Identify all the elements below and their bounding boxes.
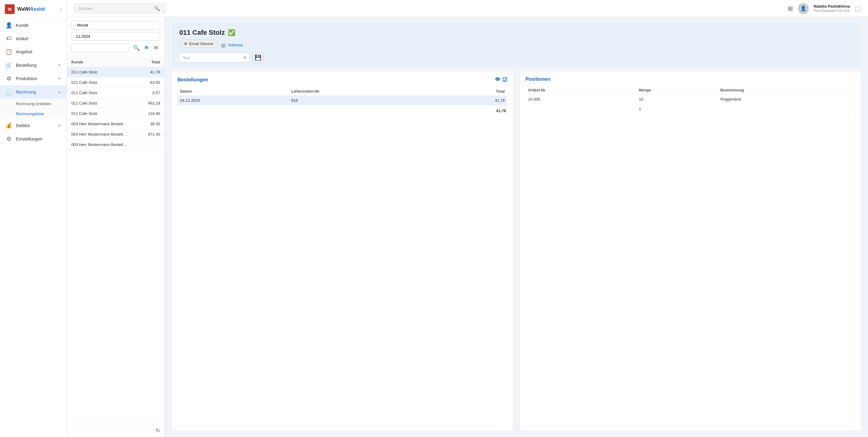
list-row-total: 41.78: [136, 70, 160, 74]
search-input[interactable]: [79, 6, 152, 11]
th-artikel-nr: Artikel-Nr.: [526, 86, 637, 95]
cell-total: 41.78: [440, 96, 507, 105]
bestellungen-title: Bestellungen 👁 ☑: [178, 76, 507, 83]
positionen-table-header: Artikel-Nr. Menge Bezeichnung: [526, 86, 855, 95]
sidebar-label-angebot: Angebot: [16, 49, 32, 54]
search-box[interactable]: 🔍: [74, 3, 166, 13]
list-row-kunde: 011 Cafe Stolz: [71, 111, 136, 116]
email-service-button[interactable]: ✉ Email Service: [179, 40, 218, 48]
filter-row-monat: [71, 21, 160, 30]
search-icon[interactable]: 🔍: [154, 5, 160, 11]
list-row-kunde: 003 Herr Mustermann Bestell…: [71, 142, 136, 147]
table-row[interactable]: 10.00910Roggenbrot: [526, 95, 855, 104]
sidebar-item-produktion[interactable]: ⚙ Produktion ▼: [0, 72, 67, 85]
debitor-chevron: ▼: [58, 124, 61, 128]
list-row[interactable]: 011 Cafe Stolz462.19: [67, 98, 164, 108]
filter-search-input[interactable]: [71, 43, 129, 53]
grid-apps-icon[interactable]: ⊞: [788, 5, 793, 12]
list-row[interactable]: 004 Herr Mustermann Bestell…38.35: [67, 119, 164, 129]
filter-date-input[interactable]: [71, 32, 160, 41]
list-row-total: 63.55: [136, 80, 160, 85]
main-area: 🔍 👁 ✉ ⋮ Kunde Total 011 Cafe Stolz41.780…: [67, 17, 868, 437]
rechnung-chevron: ▲: [58, 90, 61, 94]
refresh-button[interactable]: ↻: [156, 427, 160, 434]
header-kunde: Kunde: [71, 60, 136, 64]
rechnung-erstellen-label: Rechnung erstellen: [16, 101, 51, 106]
kunde-icon: 👤: [5, 22, 12, 29]
list-body: 011 Cafe Stolz41.78011 Cafe Stolz63.5501…: [67, 67, 164, 424]
sidebar-item-bestellung[interactable]: 🛒 Bestellung ▼: [0, 59, 67, 72]
sidebar-item-rechnung-erstellen[interactable]: Rechnung erstellen: [0, 99, 67, 109]
sidebar-label-einstellungen: Einstellungen: [16, 137, 42, 141]
list-row[interactable]: 003 Herr Mustermann Bestell…871.40: [67, 129, 164, 140]
app-name: WaWiAssist: [17, 6, 45, 12]
table-row[interactable]: 1: [526, 104, 855, 114]
list-row[interactable]: 011 Cafe Stolz63.55: [67, 77, 164, 88]
positionen-section: Positionen Artikel-Nr. Menge Bezeichnung…: [520, 72, 861, 431]
filter-actions: 🔍 👁 ✉ ⋮: [132, 43, 165, 53]
sidebar-item-artikel[interactable]: 🏷 Artikel: [0, 32, 67, 45]
filter-row-search: 🔍 👁 ✉ ⋮: [71, 43, 160, 53]
list-footer: ↻: [67, 424, 164, 437]
positionen-table: Artikel-Nr. Menge Bezeichnung 10.00910Ro…: [526, 86, 855, 114]
cell-menge: 10: [637, 95, 718, 104]
bestellungen-label: Bestellungen: [178, 77, 208, 82]
email-service-label: Email Service: [189, 41, 213, 46]
filter-row-date: [71, 32, 160, 41]
list-row-kunde: 011 Cafe Stolz: [71, 70, 136, 74]
list-row[interactable]: 003 Herr Mustermann Bestell…: [67, 140, 164, 150]
sidebar-item-einstellungen[interactable]: ⚙ Einstellungen: [0, 132, 67, 146]
visibility-filter-button[interactable]: 👁: [143, 43, 151, 53]
cell-datum: 04.12.2024: [178, 96, 289, 105]
user-name: Natalia Pastukhova: [814, 4, 850, 9]
email-icon: ✉: [184, 41, 187, 46]
save-text-button[interactable]: 💾: [252, 52, 264, 63]
list-row[interactable]: 011 Cafe Stolz41.78: [67, 67, 164, 77]
list-row-kunde: 004 Herr Mustermann Bestell…: [71, 122, 136, 126]
sidebar-item-rechnung[interactable]: 🧾 Rechnung ▲: [0, 85, 67, 99]
cell-menge: 1: [637, 104, 718, 114]
text-row: Text ▾ 💾: [179, 52, 854, 63]
sidebar-item-kunde[interactable]: 👤 Kunde: [0, 19, 67, 32]
cell-artikel-nr: [526, 104, 637, 114]
address-link[interactable]: 🏢 Adresse: [221, 43, 243, 47]
search-filter-button[interactable]: 🔍: [132, 43, 141, 53]
cell-bezeichnung: [718, 104, 855, 114]
text-label: Text: [183, 56, 242, 60]
list-row[interactable]: 011 Cafe Stolz134.90: [67, 108, 164, 119]
table-row[interactable]: 04.12.202481641.78: [178, 96, 507, 105]
positionen-table-body: 10.00910Roggenbrot1: [526, 95, 855, 114]
cell-bezeichnung: Roggenbrot: [718, 95, 855, 104]
logout-button[interactable]: ⬚: [855, 5, 861, 12]
list-header: Kunde Total: [67, 58, 164, 67]
bestellungen-table: Datum ↑ Lieferschein-Nr. Total 04.12.202…: [178, 88, 507, 105]
sidebar-item-debitor[interactable]: 💰 Debitor ▼: [0, 119, 67, 132]
bestellungen-total: 41.78: [496, 108, 506, 113]
address-label: Adresse: [228, 43, 243, 47]
bestellung-icon: 🛒: [5, 62, 12, 69]
sidebar-item-rechnungsliste[interactable]: Rechnungsliste: [0, 109, 67, 119]
list-row[interactable]: 011 Cafe Stolz0.57: [67, 88, 164, 98]
user-info: Natalia Pastukhova Test Datenbank HS-Sof…: [814, 4, 850, 13]
sidebar: W WaWiAssist ‹ 👤 Kunde 🏷 Artikel 📋 Angeb…: [0, 0, 67, 437]
text-dropdown-arrow[interactable]: ▾: [242, 54, 248, 61]
sidebar-label-rechnung: Rechnung: [16, 90, 36, 95]
bestellungen-check-icon[interactable]: ☑: [502, 76, 507, 83]
sidebar-item-angebot[interactable]: 📋 Angebot: [0, 45, 67, 59]
th-bezeichnung: Bezeichnung: [718, 86, 855, 95]
verify-icon: ✅: [228, 29, 236, 36]
detail-panel: 011 Cafe Stolz ✅ ✉ Email Service 🏢 Adres…: [165, 17, 868, 437]
sidebar-label-artikel: Artikel: [16, 36, 28, 41]
user-db: Test Datenbank HS-Soft: [814, 9, 850, 13]
sidebar-collapse-button[interactable]: ‹: [60, 6, 62, 12]
produktion-chevron: ▼: [58, 76, 61, 81]
bestellungen-table-header: Datum ↑ Lieferschein-Nr. Total: [178, 88, 507, 96]
email-filter-button[interactable]: ✉: [153, 43, 159, 53]
list-row-kunde: 011 Cafe Stolz: [71, 80, 136, 85]
bestellung-chevron: ▼: [58, 63, 61, 67]
filter-monat-input[interactable]: [71, 21, 160, 30]
th-lieferschein: Lieferschein-Nr.: [289, 88, 440, 96]
list-row-total: 134.90: [136, 111, 160, 116]
bestellungen-view-icon[interactable]: 👁: [495, 76, 500, 83]
more-filter-button[interactable]: ⋮: [161, 43, 165, 53]
